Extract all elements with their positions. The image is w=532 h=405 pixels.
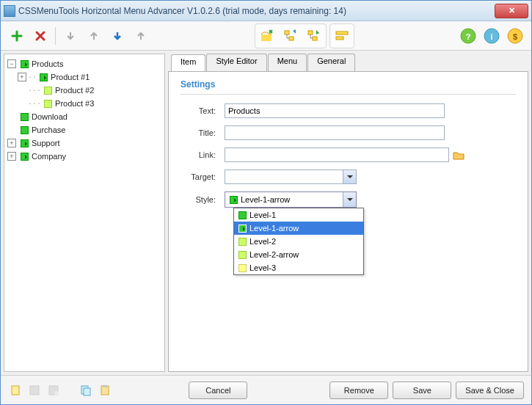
move-down-grey-button[interactable] xyxy=(60,26,81,46)
tree-label: Products xyxy=(32,59,63,68)
titlebar: CSSMenuTools Horizontal Menu Advancer V1… xyxy=(1,1,531,21)
node-icon xyxy=(21,153,29,161)
move-down-button[interactable] xyxy=(107,26,128,46)
remove-button[interactable]: Remove xyxy=(329,382,388,399)
style-select[interactable]: Level-1-arrow xyxy=(225,191,357,208)
option-icon xyxy=(238,225,247,233)
section-title: Settings xyxy=(181,78,516,95)
option-label: Level-2-arrow xyxy=(249,250,299,259)
move-up-grey-button[interactable] xyxy=(84,26,104,46)
node-icon xyxy=(21,113,29,121)
option-label: Level-2 xyxy=(249,237,276,246)
save-close-button[interactable]: Save & Close xyxy=(456,382,524,399)
node-icon xyxy=(44,100,52,108)
style-option-level3[interactable]: Level-3 xyxy=(234,261,363,274)
node-icon xyxy=(21,60,29,68)
svg-rect-4 xyxy=(313,37,317,40)
window-title: CSSMenuTools Horizontal Menu Advancer V1… xyxy=(18,6,495,16)
tree-node-products[interactable]: − Products xyxy=(7,57,161,70)
collapse-button[interactable] xyxy=(304,26,324,46)
svg-point-16 xyxy=(54,391,59,395)
app-icon xyxy=(4,5,15,17)
tree-label: Support xyxy=(32,139,60,147)
option-label: Level-1 xyxy=(249,211,276,219)
toolbar-separator xyxy=(55,27,56,45)
cancel-button[interactable]: Cancel xyxy=(189,382,247,399)
chevron-down-icon xyxy=(343,192,356,207)
paste-icon[interactable] xyxy=(98,383,112,398)
copy-icon[interactable] xyxy=(79,383,93,398)
style-value: Level-1-arrow xyxy=(241,195,290,204)
style-dropdown[interactable]: Level-1 Level-1-arrow Level-2 Level xyxy=(233,208,364,275)
tree-connector: ·· xyxy=(28,73,37,81)
move-up-grey2-button[interactable] xyxy=(131,26,151,46)
tree-node-product3[interactable]: ··· Product #3 xyxy=(18,97,161,110)
expander-blank xyxy=(18,99,26,108)
expander-icon[interactable]: + xyxy=(18,73,26,81)
save-file-icon[interactable] xyxy=(27,383,42,398)
node-icon xyxy=(44,87,52,95)
open-button[interactable] xyxy=(257,26,277,46)
tree-connector: ··· xyxy=(28,87,41,95)
svg-rect-6 xyxy=(336,37,343,40)
main-toolbar: ? i $ xyxy=(1,21,531,51)
link-input[interactable] xyxy=(225,147,449,162)
tree-label: Company xyxy=(32,152,66,161)
svg-rect-13 xyxy=(12,386,19,395)
target-select[interactable] xyxy=(225,169,357,184)
tree-node-support[interactable]: + Support xyxy=(7,136,161,150)
svg-rect-14 xyxy=(30,386,39,395)
tab-menu[interactable]: Menu xyxy=(268,54,307,71)
tab-item[interactable]: Item xyxy=(171,54,205,72)
expander-icon[interactable]: − xyxy=(7,59,16,68)
text-input[interactable] xyxy=(225,103,445,118)
label-style: Style: xyxy=(181,195,225,204)
bottom-bar: Cancel Remove Save Save & Close xyxy=(1,375,531,404)
tab-style-editor[interactable]: Style Editor xyxy=(206,54,266,71)
option-label: Level-1-arrow xyxy=(249,224,299,233)
layout-button[interactable] xyxy=(332,26,352,46)
expand-button[interactable] xyxy=(280,26,301,46)
delete-button[interactable] xyxy=(30,26,51,46)
app-window: CSSMenuTools Horizontal Menu Advancer V1… xyxy=(0,0,532,405)
tab-general[interactable]: General xyxy=(307,54,355,71)
option-icon xyxy=(238,238,247,246)
style-option-level1[interactable]: Level-1 xyxy=(234,208,363,222)
option-icon xyxy=(238,251,247,259)
style-option-level1-arrow[interactable]: Level-1-arrow xyxy=(234,222,363,235)
save-as-icon[interactable] xyxy=(46,383,61,398)
add-button[interactable] xyxy=(7,26,27,46)
save-button[interactable]: Save xyxy=(393,382,451,399)
tree-panel[interactable]: − Products + ·· Product #1 ··· Product #… xyxy=(4,54,165,372)
style-option-level2[interactable]: Level-2 xyxy=(234,235,363,248)
expander-icon[interactable]: + xyxy=(7,139,16,147)
info-button[interactable]: i xyxy=(481,26,502,46)
svg-text:$: $ xyxy=(513,32,517,41)
tree-node-download[interactable]: Download xyxy=(7,110,161,123)
svg-rect-2 xyxy=(289,37,294,40)
row-target: Target: xyxy=(181,169,516,184)
purchase-button[interactable]: $ xyxy=(505,26,525,46)
style-option-level2-arrow[interactable]: Level-2-arrow xyxy=(234,248,363,261)
node-icon xyxy=(21,126,29,134)
option-icon xyxy=(238,264,247,272)
close-button[interactable]: ✕ xyxy=(495,4,528,18)
svg-text:?: ? xyxy=(466,32,471,41)
tab-strip: Item Style Editor Menu General xyxy=(168,54,528,71)
tree-node-company[interactable]: + Company xyxy=(7,150,161,163)
tree-node-product1[interactable]: + ·· Product #1 xyxy=(18,70,161,84)
new-file-icon[interactable] xyxy=(8,383,23,398)
row-title: Title: xyxy=(181,125,516,140)
label-text: Text: xyxy=(181,106,225,115)
help-button[interactable]: ? xyxy=(458,26,478,46)
expander-icon[interactable]: + xyxy=(7,152,16,161)
title-input[interactable] xyxy=(225,125,445,140)
tree-node-purchase[interactable]: Purchase xyxy=(7,123,161,136)
row-text: Text: xyxy=(181,103,516,118)
svg-rect-1 xyxy=(285,31,289,34)
tree-node-product2[interactable]: ··· Product #2 xyxy=(18,84,161,97)
browse-link-button[interactable] xyxy=(452,149,465,161)
expander-blank xyxy=(7,125,16,134)
svg-rect-3 xyxy=(308,31,313,34)
svg-text:i: i xyxy=(490,32,492,41)
